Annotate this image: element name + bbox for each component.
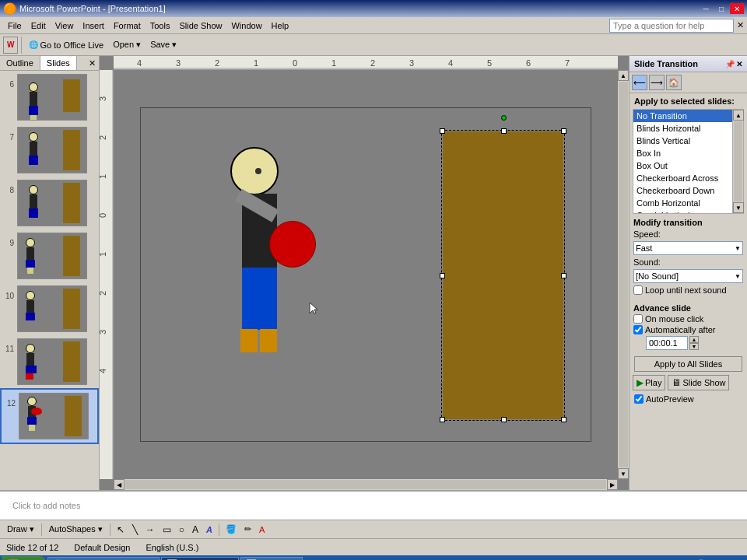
menu-help[interactable]: Help [267, 19, 294, 32]
hscroll-right-button[interactable]: ▶ [607, 479, 618, 490]
menu-slideshow[interactable]: Slide Show [174, 19, 226, 32]
trans-item-comb-v[interactable]: Comb Vertical [633, 209, 732, 214]
play-button[interactable]: ▶ Play [633, 375, 665, 390]
maximize-button[interactable]: □ [714, 3, 728, 14]
time-spin-up[interactable]: ▲ [689, 336, 699, 343]
speed-dropdown[interactable]: Fast ▼ [633, 241, 743, 255]
search-close-icon[interactable]: ✕ [737, 20, 744, 30]
trans-item-blinds-v[interactable]: Blinds Vertical [633, 135, 732, 147]
apply-all-button[interactable]: Apply to All Slides [634, 356, 742, 372]
menu-format[interactable]: Format [109, 19, 146, 32]
trans-item-box-out[interactable]: Box Out [633, 159, 732, 172]
rotation-handle[interactable] [501, 115, 507, 121]
slide-thumb-9[interactable]: 9 [0, 229, 99, 282]
trans-scroll-up[interactable]: ▲ [733, 110, 744, 121]
time-spin-down[interactable]: ▼ [689, 343, 699, 350]
slide-thumb-6[interactable]: 6 [0, 71, 99, 124]
vscroll-down-button[interactable]: ▼ [618, 468, 629, 479]
stick-feet [240, 329, 258, 352]
save-button[interactable]: Save ▾ [146, 37, 181, 54]
panel-close-icon[interactable]: ✕ [736, 60, 742, 68]
trans-item-checker-across[interactable]: Checkerboard Across [633, 172, 732, 184]
slide-content[interactable] [140, 107, 591, 442]
font-color-button[interactable]: A [256, 523, 268, 537]
arrow-tool[interactable]: → [142, 523, 158, 537]
trans-scroll-down[interactable]: ▼ [733, 202, 744, 213]
textbox-tool[interactable]: A [189, 523, 202, 537]
sound-dropdown[interactable]: [No Sound] ▼ [633, 269, 743, 283]
mouse-click-checkbox[interactable] [633, 314, 643, 324]
handle-ml[interactable] [440, 273, 445, 278]
tab-outline[interactable]: Outline [0, 56, 40, 70]
vscroll-thumb[interactable] [619, 82, 628, 467]
handle-tr[interactable] [561, 128, 566, 134]
canvas-vscrollbar[interactable]: ▲ ▼ [618, 70, 629, 479]
ellipse-tool[interactable]: ○ [176, 523, 188, 537]
modify-title: Modify transition [633, 218, 743, 227]
stick-head [230, 147, 279, 195]
slide-thumb-10[interactable]: 10 [0, 282, 99, 335]
handle-tm[interactable] [501, 128, 507, 134]
start-button[interactable]: 🪟 start [2, 556, 46, 560]
slide-thumb-7[interactable]: 7 [0, 124, 99, 177]
cursor-tool[interactable]: ↖ [114, 523, 128, 537]
handle-tl[interactable] [440, 128, 445, 134]
rect-tool[interactable]: ▭ [160, 523, 174, 537]
slides-panel-close[interactable]: ✕ [86, 57, 99, 70]
time-input[interactable]: 00:00.1 [646, 336, 688, 350]
menu-edit[interactable]: Edit [26, 19, 51, 32]
loop-checkbox[interactable] [633, 285, 643, 295]
open-button[interactable]: Open ▾ [109, 37, 145, 54]
slide-img-7 [17, 127, 87, 173]
menu-tools[interactable]: Tools [146, 19, 175, 32]
trans-item-blinds-h[interactable]: Blinds Horizontal [633, 122, 732, 135]
menu-insert[interactable]: Insert [78, 19, 109, 32]
tab-slides[interactable]: Slides [40, 56, 77, 70]
ruler-left: 3 2 1 0 1 2 3 4 [100, 70, 114, 479]
slideshow-button[interactable]: 🖥 Slide Show [668, 375, 729, 390]
hscroll-thumb[interactable] [125, 480, 606, 489]
menu-file[interactable]: File [3, 19, 26, 32]
wordart-tool[interactable]: A [203, 523, 216, 537]
svg-text:0: 0 [100, 213, 107, 218]
vscroll-up-button[interactable]: ▲ [618, 70, 629, 81]
panel-pin-icon[interactable]: 📌 [725, 60, 735, 68]
minimize-button[interactable]: ─ [699, 3, 713, 14]
trans-tb-icon1[interactable]: ⟵ [632, 75, 647, 90]
handle-bm[interactable] [501, 417, 507, 422]
close-button[interactable]: ✕ [730, 3, 744, 14]
trans-item-box-in[interactable]: Box In [633, 147, 732, 159]
slide-thumb-11[interactable]: 11 [0, 335, 99, 388]
trans-tb-icon2[interactable]: ⟶ [649, 75, 665, 90]
taskbar-presentation1[interactable]: 📊 Presentation1 [161, 557, 239, 560]
line-tool[interactable]: ╲ [129, 523, 141, 537]
line-color-button[interactable]: ✏ [241, 523, 254, 537]
handle-bl[interactable] [440, 417, 445, 422]
taskbar-youtube[interactable]: 🌐 YouTube - liamturn97... [47, 557, 160, 560]
trans-scroll-thumb[interactable] [734, 121, 742, 201]
handle-br[interactable] [561, 417, 566, 422]
trans-list-scrollbar[interactable]: ▲ ▼ [733, 109, 744, 214]
hscroll-left-button[interactable]: ◀ [114, 479, 124, 490]
advance-section: Advance slide On mouse click Automatical… [630, 299, 747, 355]
trans-item-no-transition[interactable]: No Transition [633, 110, 732, 122]
slide-thumb-12[interactable]: 12 [0, 388, 99, 444]
handle-mr[interactable] [561, 273, 566, 278]
office-icon[interactable]: W [3, 37, 18, 54]
notes-bar[interactable]: Click to add notes [0, 490, 747, 520]
autoshapes-button[interactable]: AutoShapes ▾ [45, 523, 107, 537]
canvas-hscrollbar[interactable]: ◀ ▶ [114, 479, 618, 490]
trans-item-comb-h[interactable]: Comb Horizontal [633, 197, 732, 209]
search-input[interactable] [609, 19, 734, 33]
auto-after-checkbox[interactable] [633, 325, 643, 334]
slide-thumb-8[interactable]: 8 [0, 177, 99, 229]
fill-color-button[interactable]: 🪣 [223, 523, 240, 537]
trans-item-checker-down[interactable]: Checkerboard Down [633, 184, 732, 197]
taskbar-flashing[interactable]: 📊 Flashing [240, 557, 303, 560]
menu-window[interactable]: Window [226, 19, 266, 32]
menu-view[interactable]: View [51, 19, 79, 32]
go-to-office-live-button[interactable]: 🌐 Go to Office Live [25, 37, 107, 54]
trans-tb-icon3[interactable]: 🏠 [666, 75, 682, 90]
draw-button[interactable]: Draw ▾ [3, 523, 38, 537]
autopreview-checkbox[interactable] [634, 394, 644, 404]
